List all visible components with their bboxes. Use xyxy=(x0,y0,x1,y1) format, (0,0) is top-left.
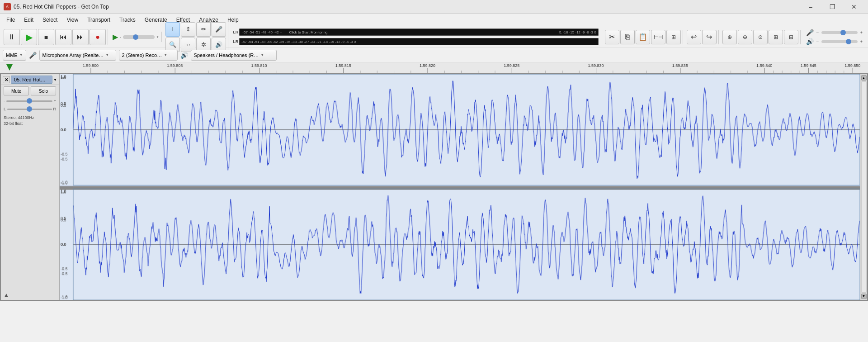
track-close-button[interactable]: ✕ xyxy=(3,76,10,83)
skip-forward-button[interactable]: ⏭ xyxy=(72,29,89,45)
gain-minus-label: - xyxy=(4,99,5,103)
gain-control: - + xyxy=(1,97,59,105)
mic-device-label: Microphone Array (Realte… xyxy=(42,52,104,58)
spk-vol-minus: – xyxy=(816,39,819,44)
mic-vol-plus: + xyxy=(860,30,863,35)
silence-button[interactable]: ⊞ xyxy=(666,30,681,44)
redo-button[interactable]: ↪ xyxy=(702,30,717,44)
track-bit-depth: 32-bit float xyxy=(4,121,56,127)
record-vu-right: !1 -18 -15 -12 -9 -6 -3 0 xyxy=(557,30,598,34)
playback-speed-section: ▶ - + xyxy=(110,32,162,42)
playback-vu-bar[interactable]: -57 -54 -51 -48 -45 -42 -39 -36 -33 -30 … xyxy=(239,38,598,45)
mute-button[interactable]: Mute xyxy=(4,86,29,95)
select-tool-button[interactable]: I xyxy=(165,22,180,37)
gain-thumb[interactable] xyxy=(27,98,32,104)
channels-selector[interactable]: 2 (Stereo) Reco… ▼ xyxy=(119,50,178,61)
menu-item-transport[interactable]: Transport xyxy=(83,15,115,25)
spk-slider-thumb[interactable] xyxy=(846,39,851,44)
copy-button[interactable]: ⎘ xyxy=(620,30,635,44)
play-button[interactable]: ▶ xyxy=(21,29,37,45)
pan-right-label: R xyxy=(53,107,57,111)
window-title: 05. Red Hot Chili Peppers - Get On Top xyxy=(14,4,109,10)
track-name-label[interactable]: 05. Red Hot… xyxy=(11,76,52,84)
zoom-section: ⊕ ⊖ ⊙ ⊞ ⊟ xyxy=(721,30,801,44)
scroll-thumb[interactable] xyxy=(861,81,867,293)
trim-button[interactable]: ⊢⊣ xyxy=(651,30,665,44)
tools-row-1: I ⇕ ✏ 🎤 xyxy=(165,22,226,37)
skip-back-button[interactable]: ⏮ xyxy=(55,29,71,45)
track-controls-panel: ✕ 05. Red Hot… ▼ Mute Solo - + L xyxy=(1,74,60,300)
speaker-vol-icon: 🔊 xyxy=(806,38,814,45)
playhead-triangle xyxy=(6,64,13,71)
maximize-button[interactable]: ❐ xyxy=(822,0,843,14)
ruler-canvas xyxy=(0,62,868,73)
zoom-fit-button[interactable]: ⊞ xyxy=(769,30,783,44)
speed-slider-track[interactable] xyxy=(123,35,155,39)
close-button[interactable]: ✕ xyxy=(844,0,864,14)
menu-item-tracks[interactable]: Tracks xyxy=(115,15,140,25)
mic-device-selector[interactable]: Microphone Array (Realte… ▼ xyxy=(39,50,116,61)
speaker-row: 🔊 – + xyxy=(806,38,863,45)
zoom-max-button[interactable]: ⊟ xyxy=(784,30,798,44)
envelope-tool-button[interactable]: ⇕ xyxy=(181,22,195,37)
pan-slider[interactable] xyxy=(7,106,52,112)
undo-button[interactable]: ↩ xyxy=(687,30,701,44)
timeline-ruler[interactable] xyxy=(0,62,868,73)
speed-minus: - xyxy=(120,35,121,39)
window-controls[interactable]: – ❐ ✕ xyxy=(800,0,864,14)
paste-button[interactable]: 📋 xyxy=(636,30,650,44)
waveform-display[interactable] xyxy=(60,74,860,300)
gain-slider[interactable] xyxy=(6,98,52,104)
play-speed-icon[interactable]: ▶ xyxy=(113,33,118,41)
mic-slider-thumb[interactable] xyxy=(840,30,846,35)
titlebar-left: A 05. Red Hot Chili Peppers - Get On Top xyxy=(4,3,109,10)
minimize-button[interactable]: – xyxy=(800,0,821,14)
zoom-selection-button[interactable]: ⊙ xyxy=(753,30,768,44)
cut-button[interactable]: ✂ xyxy=(605,30,619,44)
track-expand-arrow[interactable]: ▲ xyxy=(1,290,59,300)
undo-redo-section: ↩ ↪ xyxy=(685,30,719,44)
zoom-in-button[interactable]: ⊕ xyxy=(722,30,737,44)
mic-slider-track[interactable] xyxy=(821,31,858,34)
titlebar: A 05. Red Hot Chili Peppers - Get On Top… xyxy=(0,0,868,14)
vu-meters-section: LR -57 -54 -51 -48 -45 -42 – Click to St… xyxy=(230,27,601,47)
mic-vol-minus: – xyxy=(816,30,819,35)
playback-meter-row: LR -57 -54 -51 -48 -45 -42 -39 -36 -33 -… xyxy=(233,38,598,46)
track-dropdown-icon[interactable]: ▼ xyxy=(53,78,57,82)
solo-button[interactable]: Solo xyxy=(31,86,56,95)
scroll-down-button[interactable]: ▼ xyxy=(861,294,867,299)
record-meter-button[interactable]: 🎤 xyxy=(212,22,226,37)
stop-button[interactable]: ■ xyxy=(38,29,54,45)
pencil-tool-button[interactable]: ✏ xyxy=(196,22,211,37)
scroll-up-button[interactable]: ▲ xyxy=(861,75,867,81)
mic-row: 🎤 – + xyxy=(806,29,863,36)
menu-item-edit[interactable]: Edit xyxy=(19,15,38,25)
pan-thumb[interactable] xyxy=(27,106,32,112)
record-lr-label: LR xyxy=(233,30,238,34)
api-dropdown-arrow: ▼ xyxy=(19,53,23,57)
channels-dropdown-arrow: ▼ xyxy=(164,53,167,57)
output-device-selector[interactable]: Speakers / Headphones (R… ▼ xyxy=(191,50,277,61)
menu-item-view[interactable]: View xyxy=(62,15,83,25)
record-vu-bar[interactable]: -57 -54 -51 -48 -45 -42 – Click to Start… xyxy=(239,28,598,36)
menubar: FileEditSelectViewTransportTracksGenerat… xyxy=(0,14,868,26)
speed-slider-thumb[interactable] xyxy=(133,34,138,40)
record-meter-row: LR -57 -54 -51 -48 -45 -42 – Click to St… xyxy=(233,28,598,36)
click-to-monitor[interactable]: Click to Start Monitoring xyxy=(284,30,332,34)
zoom-out-button[interactable]: ⊖ xyxy=(738,30,752,44)
output-device-icon: 🔊 xyxy=(180,52,188,59)
menu-item-file[interactable]: File xyxy=(2,15,19,25)
mic-dropdown-arrow: ▼ xyxy=(105,53,109,57)
waveform-canvas xyxy=(60,74,860,300)
gain-plus-label: + xyxy=(54,99,56,103)
api-selector[interactable]: MME ▼ xyxy=(3,50,26,61)
spk-slider-track[interactable] xyxy=(821,40,858,43)
pause-button[interactable]: ⏸ xyxy=(4,29,20,45)
track-area: ✕ 05. Red Hot… ▼ Mute Solo - + L xyxy=(0,73,868,301)
menu-item-select[interactable]: Select xyxy=(38,15,62,25)
tools-grid: I ⇕ ✏ 🎤 🔍 ↔ ✲ 🔊 xyxy=(165,22,226,52)
record-button[interactable]: ● xyxy=(90,29,106,45)
transport-section: ⏸ ▶ ■ ⏮ ⏭ ● xyxy=(2,29,108,45)
vertical-scrollbar[interactable]: ▲ ▼ xyxy=(860,74,867,300)
track-header: ✕ 05. Red Hot… ▼ xyxy=(1,74,59,85)
